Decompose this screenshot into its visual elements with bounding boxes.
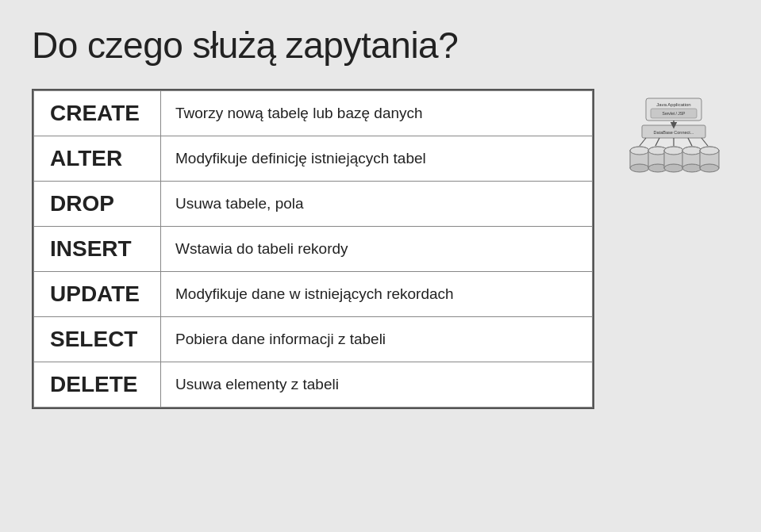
svg-line-11 [701, 138, 708, 146]
keyword-cell: INSERT [34, 227, 161, 272]
svg-point-15 [630, 147, 649, 155]
svg-point-26 [682, 164, 701, 172]
page-container: Do czego służą zapytania? CREATETworzy n… [0, 0, 761, 532]
content-area: CREATETworzy nową tabelę lub bazę danych… [32, 89, 729, 409]
svg-point-22 [664, 164, 683, 172]
keyword-cell: DROP [34, 182, 161, 227]
svg-point-27 [682, 147, 701, 155]
page-title: Do czego służą zapytania? [32, 24, 729, 67]
table-row: DROPUsuwa tabele, pola [34, 182, 593, 227]
table-row: ALTERModyfikuje definicję istniejących t… [34, 136, 593, 182]
keyword-cell: SELECT [34, 317, 161, 362]
table-row: CREATETworzy nową tabelę lub bazę danych [34, 91, 593, 136]
svg-point-31 [700, 147, 719, 155]
svg-point-14 [630, 164, 649, 172]
keyword-cell: ALTER [34, 136, 161, 182]
description-cell: Tworzy nową tabelę lub bazę danych [161, 91, 593, 136]
title-area: Do czego służą zapytania? [32, 24, 729, 67]
description-cell: Usuwa elementy z tabeli [161, 362, 593, 408]
table-row: DELETEUsuwa elementy z tabeli [34, 362, 593, 408]
description-cell: Pobiera dane informacji z tabeli [161, 317, 593, 362]
description-cell: Wstawia do tabeli rekordy [161, 227, 593, 272]
keyword-cell: UPDATE [34, 272, 161, 317]
description-cell: Modyfikuje definicję istniejących tabel [161, 136, 593, 182]
diagram-area: Java Application Servlet / JSP DataBase … [618, 89, 729, 192]
description-cell: Modyfikuje dane w istniejących rekordach [161, 272, 593, 317]
keyword-cell: DELETE [34, 362, 161, 408]
keyword-cell: CREATE [34, 91, 161, 136]
svg-text:DataBase Connect...: DataBase Connect... [654, 130, 694, 135]
svg-line-8 [655, 138, 659, 146]
svg-text:Java Application: Java Application [656, 102, 690, 107]
svg-point-23 [664, 147, 683, 155]
table-row: INSERTWstawia do tabeli rekordy [34, 227, 593, 272]
db-architecture-diagram: Java Application Servlet / JSP DataBase … [622, 97, 725, 192]
table-row: SELECTPobiera dane informacji z tabeli [34, 317, 593, 362]
svg-point-30 [700, 164, 719, 172]
svg-text:Servlet / JSP: Servlet / JSP [663, 111, 686, 116]
table-row: UPDATEModyfikuje dane w istniejących rek… [34, 272, 593, 317]
svg-line-7 [640, 138, 646, 146]
sql-commands-table: CREATETworzy nową tabelę lub bazę danych… [33, 90, 593, 408]
svg-line-10 [688, 138, 692, 146]
description-cell: Usuwa tabele, pola [161, 182, 593, 227]
table-container: CREATETworzy nową tabelę lub bazę danych… [32, 89, 594, 409]
